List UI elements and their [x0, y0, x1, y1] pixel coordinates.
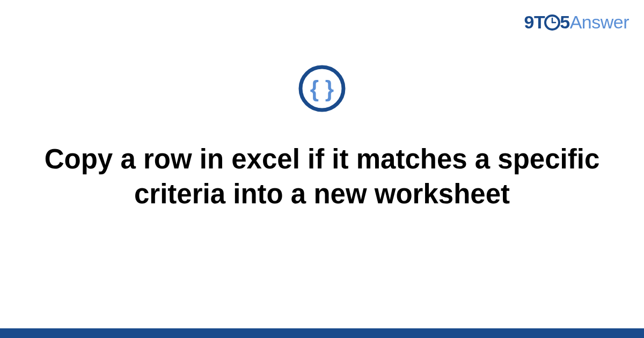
page-title: Copy a row in excel if it matches a spec…: [38, 142, 606, 212]
brand-text-answer: Answer: [570, 12, 629, 33]
code-braces-icon: { }: [298, 64, 346, 115]
main-content: { } Copy a row in excel if it matches a …: [0, 64, 644, 212]
footer-bar: [0, 328, 644, 338]
brand-text-5: 5: [560, 12, 569, 33]
svg-text:{ }: { }: [310, 76, 334, 101]
clock-zero-icon: [544, 14, 561, 31]
brand-text-9t: 9T: [524, 12, 545, 33]
brand-logo: 9T 5 Answer: [524, 12, 629, 33]
